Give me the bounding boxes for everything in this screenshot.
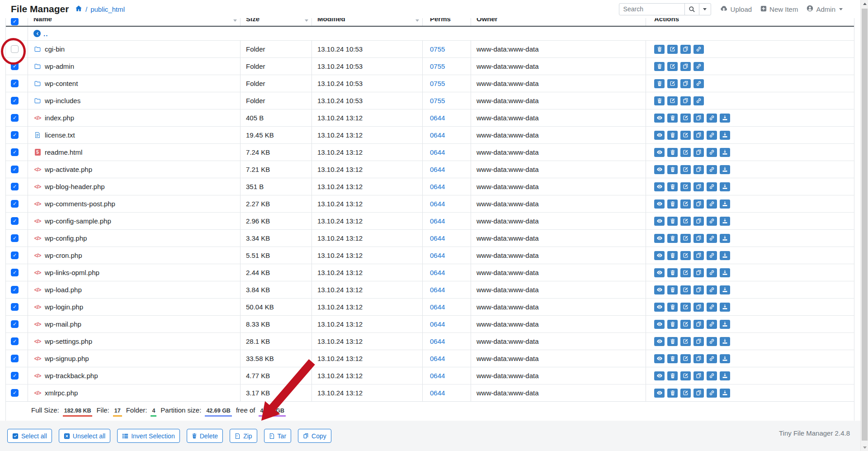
edit-action-button[interactable] — [680, 320, 691, 329]
view-action-button[interactable] — [654, 199, 665, 209]
file-name-link[interactable]: wp-content — [45, 80, 78, 87]
delete-action-button[interactable] — [667, 285, 678, 294]
row-checkbox[interactable] — [11, 166, 19, 173]
delete-action-button[interactable] — [667, 371, 678, 380]
perms-link[interactable]: 0644 — [430, 234, 445, 242]
invert-selection-button[interactable]: Invert Selection — [117, 429, 180, 443]
link-action-button[interactable] — [707, 320, 717, 329]
edit-action-button[interactable] — [680, 354, 691, 363]
download-action-button[interactable] — [720, 199, 730, 209]
edit-action-button[interactable] — [680, 182, 691, 191]
view-action-button[interactable] — [654, 165, 665, 174]
perms-link[interactable]: 0644 — [430, 303, 445, 311]
upload-button[interactable]: Upload — [720, 5, 752, 13]
copy-action-button[interactable] — [693, 303, 704, 312]
download-action-button[interactable] — [720, 371, 730, 380]
link-action-button[interactable] — [707, 303, 717, 312]
row-checkbox[interactable] — [11, 303, 19, 311]
delete-action-button[interactable] — [667, 320, 678, 329]
copy-action-button[interactable] — [680, 45, 691, 54]
download-action-button[interactable] — [720, 268, 730, 277]
copy-action-button[interactable] — [693, 234, 704, 243]
edit-action-button[interactable] — [667, 45, 678, 54]
download-action-button[interactable] — [720, 251, 730, 260]
file-name-link[interactable]: wp-comments-post.php — [45, 200, 115, 208]
link-action-button[interactable] — [693, 79, 704, 88]
perms-link[interactable]: 0644 — [430, 372, 445, 380]
view-action-button[interactable] — [654, 234, 665, 243]
edit-action-button[interactable] — [680, 303, 691, 312]
link-action-button[interactable] — [707, 268, 717, 277]
copy-action-button[interactable] — [693, 165, 704, 174]
perms-link[interactable]: 0755 — [430, 97, 445, 104]
tar-button[interactable]: Tar — [264, 429, 291, 443]
copy-action-button[interactable] — [680, 96, 691, 105]
row-checkbox[interactable] — [11, 286, 19, 294]
edit-action-button[interactable] — [680, 114, 691, 123]
link-action-button[interactable] — [707, 199, 717, 209]
link-action-button[interactable] — [707, 354, 717, 363]
file-name-link[interactable]: wp-includes — [45, 97, 80, 104]
copy-action-button[interactable] — [693, 199, 704, 209]
download-action-button[interactable] — [720, 131, 730, 140]
perms-link[interactable]: 0755 — [430, 62, 445, 70]
copy-action-button[interactable] — [693, 268, 704, 277]
copy-action-button[interactable] — [693, 114, 704, 123]
file-name-link[interactable]: wp-cron.php — [45, 252, 82, 259]
header-name[interactable]: Name — [28, 18, 240, 26]
copy-action-button[interactable] — [693, 182, 704, 191]
view-action-button[interactable] — [654, 251, 665, 260]
delete-action-button[interactable] — [654, 96, 665, 105]
row-checkbox[interactable] — [11, 217, 19, 225]
search-button[interactable] — [684, 3, 699, 15]
edit-action-button[interactable] — [680, 199, 691, 209]
up-directory-link[interactable]: .. — [43, 30, 48, 38]
delete-action-button[interactable] — [667, 303, 678, 312]
edit-action-button[interactable] — [680, 268, 691, 277]
edit-action-button[interactable] — [680, 234, 691, 243]
select-all-checkbox[interactable] — [11, 18, 19, 25]
view-action-button[interactable] — [654, 371, 665, 380]
link-action-button[interactable] — [707, 165, 717, 174]
header-modified[interactable]: Modified — [311, 18, 422, 26]
view-action-button[interactable] — [654, 217, 665, 226]
file-name-link[interactable]: wp-config-sample.php — [45, 217, 111, 225]
file-name-link[interactable]: license.txt — [45, 131, 75, 139]
row-checkbox[interactable] — [11, 389, 19, 397]
view-action-button[interactable] — [654, 182, 665, 191]
perms-link[interactable]: 0644 — [430, 337, 445, 345]
edit-action-button[interactable] — [680, 285, 691, 294]
delete-action-button[interactable] — [667, 148, 678, 157]
edit-action-button[interactable] — [667, 62, 678, 71]
download-action-button[interactable] — [720, 182, 730, 191]
perms-link[interactable]: 0644 — [430, 355, 445, 362]
view-action-button[interactable] — [654, 148, 665, 157]
row-checkbox[interactable] — [11, 114, 19, 122]
download-action-button[interactable] — [720, 337, 730, 346]
delete-action-button[interactable] — [667, 199, 678, 209]
view-action-button[interactable] — [654, 285, 665, 294]
copy-button[interactable]: Copy — [298, 429, 331, 443]
copy-action-button[interactable] — [693, 320, 704, 329]
download-action-button[interactable] — [720, 148, 730, 157]
row-checkbox[interactable] — [11, 355, 19, 362]
delete-action-button[interactable] — [667, 182, 678, 191]
copy-action-button[interactable] — [693, 148, 704, 157]
perms-link[interactable]: 0644 — [430, 166, 445, 173]
row-checkbox[interactable] — [11, 200, 19, 208]
download-action-button[interactable] — [720, 234, 730, 243]
copy-action-button[interactable] — [693, 389, 704, 398]
search-input[interactable] — [619, 3, 685, 15]
view-action-button[interactable] — [654, 268, 665, 277]
download-action-button[interactable] — [720, 303, 730, 312]
delete-button[interactable]: Delete — [187, 429, 223, 443]
perms-link[interactable]: 0644 — [430, 252, 445, 259]
row-checkbox[interactable] — [11, 45, 19, 53]
copy-action-button[interactable] — [693, 131, 704, 140]
row-checkbox[interactable] — [11, 131, 19, 139]
copy-action-button[interactable] — [693, 337, 704, 346]
delete-action-button[interactable] — [654, 45, 665, 54]
file-name-link[interactable]: wp-signup.php — [45, 355, 89, 362]
perms-link[interactable]: 0644 — [430, 320, 445, 328]
copy-action-button[interactable] — [693, 251, 704, 260]
